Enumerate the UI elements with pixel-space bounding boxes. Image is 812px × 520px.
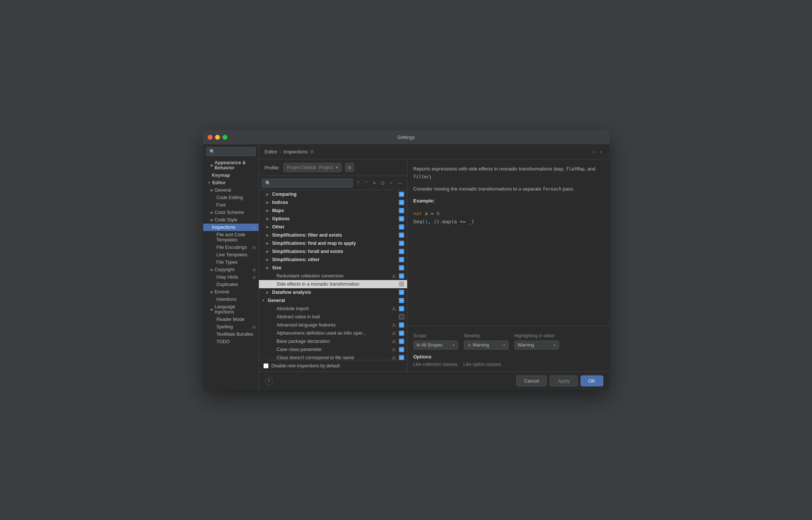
inspection-checkbox[interactable] bbox=[399, 282, 404, 287]
profile-select[interactable]: Project Default Project ▾ bbox=[283, 163, 341, 172]
inspection-row-redundant[interactable]: Redundant collection conversion ⚠ ✓ bbox=[259, 272, 407, 280]
sidebar-item-file-enc[interactable]: File Encodings ⊟ bbox=[203, 244, 259, 251]
inspection-checkbox[interactable]: ✓ bbox=[399, 224, 404, 230]
severity-dropdown[interactable]: ⚠ Warning ▾ bbox=[464, 341, 509, 350]
inspection-checkbox[interactable]: ✓ bbox=[399, 208, 404, 213]
filter-button[interactable]: ⊤ bbox=[354, 178, 362, 188]
sidebar-item-reader[interactable]: Reader Mode bbox=[203, 316, 259, 323]
sidebar-item-font[interactable]: Font bbox=[203, 201, 259, 209]
toolbar-buttons: ⊤ ⌃ ✕ ⊡ ＋ — bbox=[354, 178, 404, 188]
inspection-row-base-pkg[interactable]: Base package declaration ⚠ ✓ bbox=[259, 337, 407, 345]
inspection-checkbox[interactable]: ✓ bbox=[399, 241, 404, 246]
inspection-row-abstract-val[interactable]: Abstract value in trait bbox=[259, 313, 407, 321]
warning-icon: ⚠ bbox=[392, 339, 396, 344]
chevron-down-icon: ▾ bbox=[503, 343, 505, 347]
inspection-row-case-class[interactable]: Case class parameter ⚠ ✓ bbox=[259, 345, 407, 354]
inspection-row-side-effects[interactable]: Side effects in a monadic transformation bbox=[259, 280, 407, 288]
inspection-checkbox[interactable]: ✓ bbox=[399, 200, 404, 205]
sidebar-item-appearance[interactable]: ▶ Appearance & Behavior bbox=[203, 159, 259, 172]
inspection-row-class-file[interactable]: Class doesn't correspond to file name ⚠ … bbox=[259, 354, 407, 360]
sidebar-item-label: Appearance & Behavior bbox=[215, 160, 256, 170]
inspection-row-size[interactable]: ▶ Size ✓ bbox=[259, 264, 407, 272]
inspection-checkbox[interactable]: ✓ bbox=[399, 355, 404, 360]
ok-button[interactable]: OK bbox=[581, 376, 603, 386]
sidebar-item-editor[interactable]: ▼ Editor bbox=[203, 179, 259, 186]
inspection-row-indices[interactable]: ▶ Indices ✓ bbox=[259, 198, 407, 207]
inspection-checkbox[interactable]: ✓ bbox=[399, 331, 404, 336]
inspection-row-simp-forall[interactable]: ▶ Simplifications: forall and exists ✓ bbox=[259, 247, 407, 256]
maximize-button[interactable] bbox=[223, 135, 227, 140]
sidebar-item-inlay-hints[interactable]: Inlay Hints ⊟ bbox=[203, 273, 259, 281]
sidebar-search-input[interactable] bbox=[217, 149, 252, 154]
inspection-row-options[interactable]: ▶ Options − bbox=[259, 215, 407, 223]
chevron-down-icon: ▾ bbox=[453, 343, 455, 347]
inspection-row-maps[interactable]: ▶ Maps ✓ bbox=[259, 207, 407, 215]
sidebar-item-keymap[interactable]: Keymap bbox=[203, 172, 259, 179]
sidebar-item-copyright[interactable]: ▶ Copyright ⊟ bbox=[203, 266, 259, 273]
inspection-row-adv-lang[interactable]: Advanced language features ⚠ ✓ bbox=[259, 321, 407, 329]
apply-button[interactable]: Apply bbox=[550, 376, 578, 386]
inspection-row-simp-find[interactable]: ▶ Simplifications: find and map to apply… bbox=[259, 239, 407, 247]
sidebar-item-label: Language Injections bbox=[215, 304, 256, 315]
help-button[interactable]: ? bbox=[265, 377, 273, 385]
inspection-checkbox[interactable]: − bbox=[399, 298, 404, 303]
sidebar-item-spelling[interactable]: Spelling ⊟ bbox=[203, 323, 259, 331]
inspections-search-input[interactable] bbox=[273, 181, 350, 186]
sidebar-search-container[interactable]: 🔍 bbox=[206, 147, 256, 156]
remove-button[interactable]: — bbox=[396, 178, 404, 188]
inspection-row-simp-other[interactable]: ▶ Simplifications: other ✓ bbox=[259, 256, 407, 264]
inspection-row-alphanum[interactable]: Alphanumeric definition used as infix op… bbox=[259, 329, 407, 337]
nav-back-button[interactable]: ‹ bbox=[591, 148, 596, 155]
sidebar-item-label: Emmet bbox=[215, 289, 230, 295]
expand-button[interactable]: ⌃ bbox=[363, 178, 370, 188]
inspection-checkbox[interactable]: ✓ bbox=[399, 347, 404, 352]
sidebar-item-file-types[interactable]: File Types bbox=[203, 259, 259, 266]
sidebar-item-todo[interactable]: TODO bbox=[203, 338, 259, 345]
sidebar-item-live-tpl[interactable]: Live Templates bbox=[203, 251, 259, 259]
inspection-row-abs-import[interactable]: Absolute import ⚠ ✓ bbox=[259, 305, 407, 313]
inspection-checkbox[interactable]: ✓ bbox=[399, 265, 404, 270]
sidebar-item-intentions[interactable]: Intentions bbox=[203, 296, 259, 303]
profile-gear-button[interactable]: ⚙ bbox=[345, 163, 354, 172]
sidebar-item-code-style[interactable]: ▶ Code Style bbox=[203, 216, 259, 224]
inspection-checkbox[interactable]: ✓ bbox=[399, 339, 404, 344]
sidebar-item-general[interactable]: ▶ General bbox=[203, 186, 259, 194]
scope-dropdown[interactable]: In All Scopes ▾ bbox=[413, 341, 458, 350]
add-button[interactable]: ＋ bbox=[387, 178, 395, 188]
collapse-button[interactable]: ✕ bbox=[371, 178, 378, 188]
minimize-button[interactable] bbox=[215, 135, 220, 140]
sidebar-item-lang-inj[interactable]: ▶ Language Injections bbox=[203, 303, 259, 316]
inspection-checkbox[interactable]: ✓ bbox=[399, 273, 404, 279]
sidebar-item-code-editing[interactable]: Code Editing bbox=[203, 194, 259, 201]
inspection-checkbox[interactable]: ✓ bbox=[399, 249, 404, 254]
group-button[interactable]: ⊡ bbox=[379, 178, 386, 188]
sidebar-item-color-scheme[interactable]: ▶ Color Scheme bbox=[203, 209, 259, 216]
sidebar-item-textmate[interactable]: TextMate Bundles bbox=[203, 331, 259, 338]
inspection-row-other[interactable]: ▶ Other ✓ bbox=[259, 223, 407, 231]
highlighting-dropdown[interactable]: Warning ▾ bbox=[514, 341, 559, 350]
inspection-checkbox[interactable]: − bbox=[399, 192, 404, 197]
cancel-button[interactable]: Cancel bbox=[516, 376, 547, 386]
sidebar-item-duplicates[interactable]: Duplicates bbox=[203, 281, 259, 288]
chevron-icon: ▶ bbox=[266, 290, 271, 294]
inspection-checkbox[interactable]: ✓ bbox=[399, 322, 404, 328]
inspection-checkbox[interactable]: ✓ bbox=[399, 257, 404, 262]
inspection-checkbox[interactable] bbox=[399, 314, 404, 319]
inspection-checkbox[interactable]: ✓ bbox=[399, 306, 404, 311]
search-input-container[interactable]: 🔍 bbox=[262, 179, 353, 188]
inspection-row-simp-filter[interactable]: ▶ Simplifications: filter and exists − bbox=[259, 231, 407, 239]
sidebar-item-file-code[interactable]: File and Code Templates bbox=[203, 231, 259, 244]
sidebar-item-inspections[interactable]: Inspections ⊟ bbox=[203, 224, 259, 231]
nav-forward-button[interactable]: › bbox=[598, 148, 603, 155]
inspection-checkbox[interactable]: ✓ bbox=[399, 290, 404, 295]
inspection-row-comparing[interactable]: ▶ Comparing − bbox=[259, 190, 407, 198]
inspection-row-dataflow[interactable]: ▶ Dataflow analysis ✓ bbox=[259, 288, 407, 296]
sidebar-item-emmet[interactable]: ▶ Emmet bbox=[203, 288, 259, 296]
search-icon: 🔍 bbox=[210, 149, 215, 154]
disable-checkbox[interactable] bbox=[263, 363, 269, 368]
inspection-row-general[interactable]: ▼ General − bbox=[259, 296, 407, 305]
inspection-checkbox[interactable]: − bbox=[399, 233, 404, 238]
chevron-icon: ▶ bbox=[266, 266, 271, 270]
inspection-checkbox[interactable]: − bbox=[399, 216, 404, 221]
close-button[interactable] bbox=[208, 135, 212, 140]
